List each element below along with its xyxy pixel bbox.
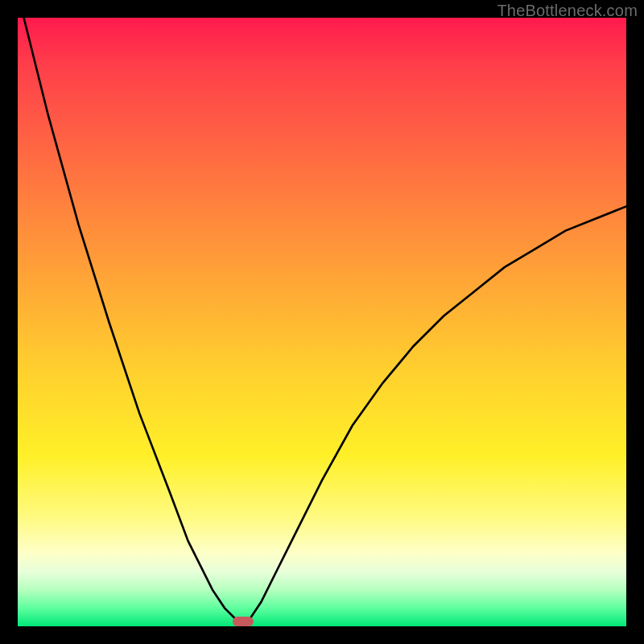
curve-right-branch: [243, 206, 626, 626]
bottleneck-curve: [18, 18, 626, 626]
plot-area: [18, 18, 626, 626]
watermark-text: TheBottleneck.com: [497, 2, 638, 20]
chart-frame: TheBottleneck.com: [0, 0, 644, 644]
curve-left-branch: [24, 18, 243, 626]
minimum-marker: [233, 617, 254, 626]
